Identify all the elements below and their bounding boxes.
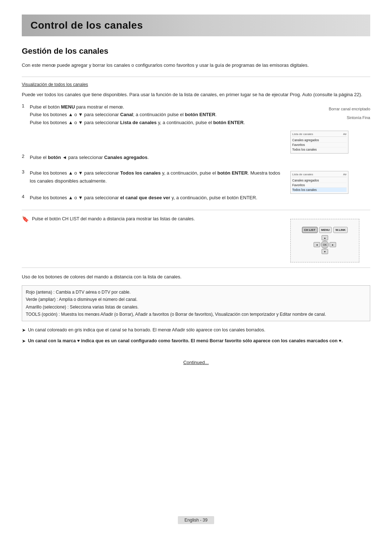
screen-row-1: Canales agregados [292, 138, 347, 143]
step2-text: Pulse el botón ◄ para seleccionar Canale… [30, 154, 370, 161]
step3-layout: 3 Pulse los botones ▲ o ▼ para seleccion… [22, 169, 370, 194]
color-line-3: Amarillo (seleccione) : Selecciona varia… [26, 303, 366, 311]
step3-right: Lista de canales Air Canales agregados F… [290, 169, 370, 194]
arrow-text-1: Un canal coloreado en gris indica que el… [28, 326, 265, 334]
section-title: Gestión de los canales [22, 46, 370, 56]
right-label-2: Sintonía Fina [290, 115, 370, 120]
color-usage-heading: Uso de los botones de colores del mando … [22, 273, 370, 281]
divider-color [22, 268, 370, 268]
nav-row-mid: ◄ OK ► [314, 241, 336, 249]
arrow-symbol-1: ➤ [22, 327, 26, 334]
page-container: Control de los canales Gestión de los ca… [0, 0, 392, 535]
screen-row-3b: Favoritos [292, 183, 347, 188]
note-text: Pulse el botón CH LIST del mando a dista… [32, 215, 195, 222]
ch-list-btn: CH LIST [302, 227, 318, 233]
color-line-4: TOOLS (opción) : Muestra los menœs Añadi… [26, 311, 366, 318]
step3-text: Pulse los botones ▲ o ▼ para seleccionar… [30, 169, 283, 185]
intro-text: Con este menœ puede agregar y borrar los… [22, 62, 370, 69]
divider-mid [22, 210, 370, 210]
step1-text: Pulse el botón MENU para mostrar el menœ… [30, 103, 283, 126]
nav-row-bottom: ▼ [322, 249, 328, 254]
screen-row-3a: Canales agregados [292, 178, 347, 183]
step3-number: 3 [22, 169, 30, 185]
step1-right: Borrar canal encriptado Sintonía Fina Li… [290, 103, 370, 154]
page-number-badge: English - 39 [178, 516, 214, 524]
screen-top-bar-1: Lista de canales Air [292, 132, 347, 137]
divider-top [22, 77, 370, 77]
nav-left: ◄ [314, 242, 320, 247]
step4-text: Pulse los botones ▲ o ▼ para seleccionar… [30, 194, 370, 201]
step4-number: 4 [22, 194, 30, 201]
step3-left: 3 Pulse los botones ▲ o ▼ para seleccion… [22, 169, 283, 194]
page-footer: English - 39 [0, 516, 392, 524]
nav-up: ▲ [322, 235, 328, 240]
arrow-point-1: ➤ Un canal coloreado en gris indica que … [22, 326, 370, 334]
note-box: 🔖 Pulse el botón CH LIST del mando a dis… [22, 215, 283, 222]
remote-nav: ▲ ◄ OK ► ▼ [314, 235, 336, 254]
screen-top-bar-3: Lista de canales Air [292, 173, 347, 177]
main-title-bar: Control de los canales [22, 15, 370, 36]
main-title: Control de los canales [30, 20, 362, 31]
color-line-1: Rojo (antena) : Cambia a DTV aérea o DTV… [26, 289, 366, 296]
step4-block: 4 Pulse los botones ▲ o ▼ para seleccion… [22, 194, 370, 201]
step1-number: 1 [22, 103, 30, 126]
body-text-main: Puede ver todos los canales que tiene di… [22, 91, 370, 99]
nav-right: ► [330, 242, 336, 247]
screen-row-3: Todos los canales [292, 147, 347, 152]
step1-layout: 1 Pulse el botón MENU para mostrar el me… [22, 103, 370, 154]
arrow-symbol-2: ➤ [22, 338, 26, 345]
step3-block: 3 Pulse los botones ▲ o ▼ para seleccion… [22, 169, 283, 185]
underline-heading: Visualización de todos los canales [22, 82, 370, 87]
remote-btn-row: CH LIST MENU W.LINK [302, 227, 348, 233]
step2-number: 2 [22, 154, 30, 161]
step1-block: 1 Pulse el botón MENU para mostrar el me… [22, 103, 283, 126]
right-label-1: Borrar canal encriptado [290, 107, 370, 111]
color-line-2: Verde (ampliar) : Amplía o disminuye el … [26, 296, 366, 303]
tv-screen-step1: Lista de canales Air Canales agregados F… [290, 131, 348, 154]
screen-row-3c: Todos los canales [292, 188, 347, 192]
nav-row-top: ▲ [322, 235, 328, 240]
color-box: Rojo (antena) : Cambia a DTV aérea o DTV… [22, 285, 370, 322]
nav-enter: OK [321, 241, 329, 249]
remote-diagram: CH LIST MENU W.LINK ▲ ◄ OK ► ▼ [290, 219, 359, 262]
nav-down: ▼ [322, 249, 328, 254]
tv-screen-step3: Lista de canales Air Canales agregados F… [290, 171, 348, 194]
arrow-point-2: ➤ Un canal con la marca ♥ indica que es … [22, 337, 370, 345]
note-layout: 🔖 Pulse el botón CH LIST del mando a dis… [22, 215, 370, 262]
screen-row-2: Favoritos [292, 143, 347, 147]
note-icon: 🔖 [22, 216, 29, 222]
wlink-btn: W.LINK [333, 227, 348, 233]
step2-block: 2 Pulse el botón ◄ para seleccionar Cana… [22, 154, 370, 161]
arrow-text-2: Un canal con la marca ♥ indica que es un… [28, 337, 343, 344]
continued-line: Continued... [22, 360, 370, 365]
note-right: CH LIST MENU W.LINK ▲ ◄ OK ► ▼ [290, 215, 370, 262]
step1-left: 1 Pulse el botón MENU para mostrar el me… [22, 103, 283, 154]
note-left: 🔖 Pulse el botón CH LIST del mando a dis… [22, 215, 283, 262]
menu-btn: MENU [319, 227, 332, 233]
